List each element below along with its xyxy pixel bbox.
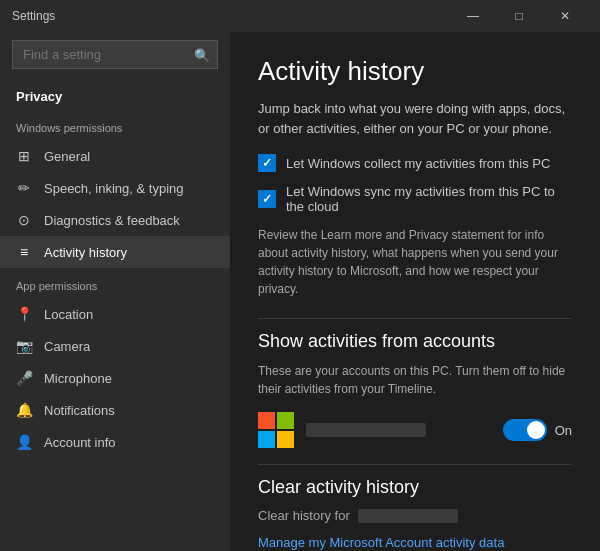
- search-icon: 🔍: [194, 47, 210, 62]
- sidebar-item-label: Account info: [44, 435, 116, 450]
- activity-icon: ≡: [16, 244, 32, 260]
- sidebar-item-label: Camera: [44, 339, 90, 354]
- checkbox-collect[interactable]: ✓: [258, 154, 276, 172]
- checkmark-icon: ✓: [262, 192, 272, 206]
- sidebar-item-label: Microphone: [44, 371, 112, 386]
- notifications-icon: 🔔: [16, 402, 32, 418]
- clear-row: Clear history for: [258, 508, 572, 523]
- sidebar-search: 🔍: [12, 40, 218, 69]
- show-activities-title: Show activities from accounts: [258, 331, 572, 352]
- titlebar: Settings — □ ✕: [0, 0, 600, 32]
- sidebar-item-speech[interactable]: ✏ Speech, inking, & typing: [0, 172, 230, 204]
- sidebar: 🔍 Privacy Windows permissions ⊞ General …: [0, 32, 230, 551]
- sidebar-heading: Privacy: [0, 77, 230, 110]
- checkbox-sync-label: Let Windows sync my activities from this…: [286, 184, 572, 214]
- content-description: Jump back into what you were doing with …: [258, 99, 572, 138]
- show-activities-desc: These are your accounts on this PC. Turn…: [258, 362, 572, 398]
- sidebar-item-account[interactable]: 👤 Account info: [0, 426, 230, 458]
- divider-1: [258, 318, 572, 319]
- account-name-placeholder: [306, 423, 426, 437]
- logo-yellow: [277, 431, 294, 448]
- sidebar-item-notifications[interactable]: 🔔 Notifications: [0, 394, 230, 426]
- toggle-knob: [527, 421, 545, 439]
- sidebar-item-label: Location: [44, 307, 93, 322]
- titlebar-title: Settings: [12, 9, 450, 23]
- app-permissions-label: App permissions: [0, 268, 230, 298]
- sidebar-item-diagnostics[interactable]: ⊙ Diagnostics & feedback: [0, 204, 230, 236]
- info-text: Review the Learn more and Privacy statem…: [258, 226, 572, 298]
- maximize-button[interactable]: □: [496, 0, 542, 32]
- account-row: On: [258, 412, 572, 448]
- manage-account-link[interactable]: Manage my Microsoft Account activity dat…: [258, 535, 504, 550]
- checkbox-collect-row: ✓ Let Windows collect my activities from…: [258, 154, 572, 172]
- sidebar-item-label: Diagnostics & feedback: [44, 213, 180, 228]
- logo-green: [277, 412, 294, 429]
- toggle-row: On: [503, 419, 572, 441]
- clear-for-label: Clear history for: [258, 508, 350, 523]
- page-title: Activity history: [258, 56, 572, 87]
- close-button[interactable]: ✕: [542, 0, 588, 32]
- account-toggle[interactable]: [503, 419, 547, 441]
- clear-title: Clear activity history: [258, 477, 572, 498]
- content-area: Activity history Jump back into what you…: [230, 32, 600, 551]
- location-icon: 📍: [16, 306, 32, 322]
- search-input[interactable]: [12, 40, 218, 69]
- logo-blue: [258, 431, 275, 448]
- sidebar-item-label: Speech, inking, & typing: [44, 181, 183, 196]
- windows-permissions-label: Windows permissions: [0, 110, 230, 140]
- checkbox-sync-row: ✓ Let Windows sync my activities from th…: [258, 184, 572, 214]
- speech-icon: ✏: [16, 180, 32, 196]
- toggle-on-label: On: [555, 423, 572, 438]
- sidebar-item-microphone[interactable]: 🎤 Microphone: [0, 362, 230, 394]
- divider-2: [258, 464, 572, 465]
- minimize-button[interactable]: —: [450, 0, 496, 32]
- sidebar-item-activity[interactable]: ≡ Activity history: [0, 236, 230, 268]
- checkbox-collect-label: Let Windows collect my activities from t…: [286, 156, 550, 171]
- checkmark-icon: ✓: [262, 156, 272, 170]
- checkbox-sync[interactable]: ✓: [258, 190, 276, 208]
- logo-red: [258, 412, 275, 429]
- sidebar-item-camera[interactable]: 📷 Camera: [0, 330, 230, 362]
- microphone-icon: 🎤: [16, 370, 32, 386]
- sidebar-item-label: Notifications: [44, 403, 115, 418]
- microsoft-logo: [258, 412, 294, 448]
- general-icon: ⊞: [16, 148, 32, 164]
- clear-name-placeholder: [358, 509, 458, 523]
- account-icon: 👤: [16, 434, 32, 450]
- sidebar-item-label: Activity history: [44, 245, 127, 260]
- titlebar-controls: — □ ✕: [450, 0, 588, 32]
- main-container: 🔍 Privacy Windows permissions ⊞ General …: [0, 32, 600, 551]
- sidebar-item-general[interactable]: ⊞ General: [0, 140, 230, 172]
- diagnostics-icon: ⊙: [16, 212, 32, 228]
- sidebar-item-location[interactable]: 📍 Location: [0, 298, 230, 330]
- sidebar-item-label: General: [44, 149, 90, 164]
- camera-icon: 📷: [16, 338, 32, 354]
